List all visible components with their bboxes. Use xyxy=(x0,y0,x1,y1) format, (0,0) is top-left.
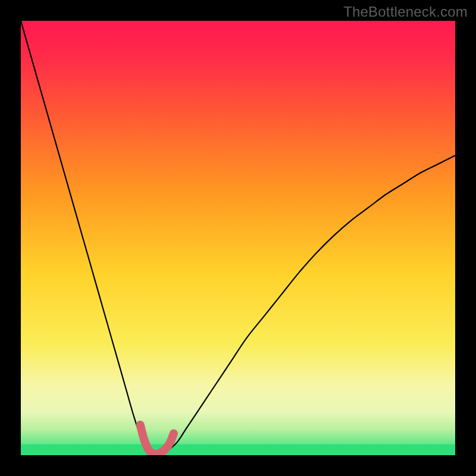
green-band xyxy=(21,444,455,455)
watermark-text: TheBottleneck.com xyxy=(343,4,468,20)
chart-background xyxy=(21,21,455,455)
chart-svg xyxy=(21,21,455,455)
chart-frame: TheBottleneck.com xyxy=(0,0,476,476)
plot-area xyxy=(21,21,455,455)
